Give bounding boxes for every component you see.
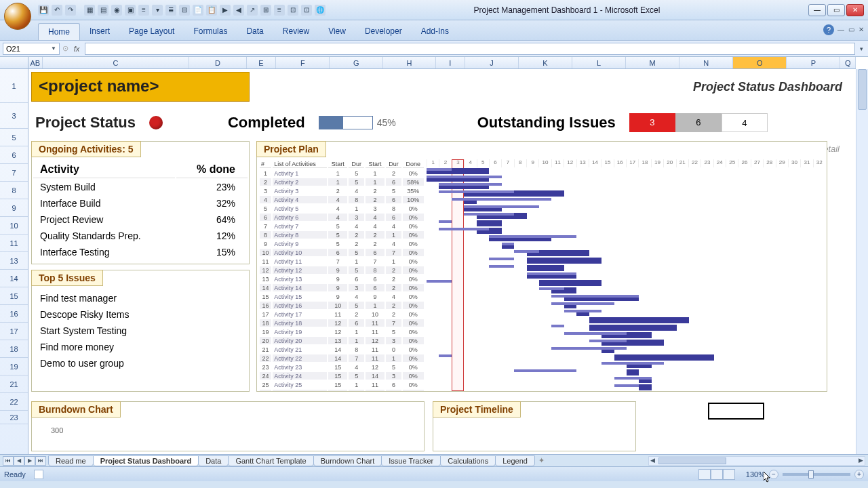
office-button[interactable] bbox=[4, 3, 31, 30]
qat-btn[interactable]: ▾ bbox=[152, 5, 163, 16]
ribbon-tab-page-layout[interactable]: Page Layout bbox=[119, 23, 184, 40]
col-header[interactable]: K bbox=[519, 57, 572, 68]
sheet-tab[interactable]: Calculations bbox=[440, 455, 496, 466]
selected-cell[interactable] bbox=[708, 403, 764, 420]
name-box[interactable]: O21 ▼ bbox=[3, 43, 60, 55]
qat-btn[interactable]: 🌐 bbox=[315, 5, 326, 16]
sheet-tab[interactable]: Data bbox=[198, 455, 229, 466]
ribbon-tab-data[interactable]: Data bbox=[237, 23, 273, 40]
maximize-button[interactable]: ▭ bbox=[827, 4, 845, 16]
row-header[interactable]: 17 bbox=[0, 323, 28, 340]
sheet-tab[interactable]: Project Status Dashboard bbox=[93, 455, 199, 466]
col-header[interactable]: N bbox=[679, 57, 733, 68]
qat-btn[interactable]: ⊟ bbox=[179, 5, 190, 16]
project-plan-panel[interactable]: Project Plan #List of ActivitiesStartDur… bbox=[256, 141, 827, 392]
tab-prev-icon[interactable]: ◀ bbox=[14, 456, 24, 466]
sheet-tab[interactable]: Gantt Chart Template bbox=[228, 455, 313, 466]
col-header[interactable]: C bbox=[43, 57, 189, 68]
formula-input[interactable] bbox=[85, 43, 855, 55]
row-header[interactable]: 16 bbox=[0, 305, 28, 323]
page-layout-view-icon[interactable] bbox=[711, 469, 723, 480]
col-header[interactable]: E bbox=[247, 57, 276, 68]
row-header[interactable]: 14 bbox=[0, 270, 28, 287]
sheet-tab[interactable]: Read me bbox=[48, 455, 94, 466]
ribbon-tab-insert[interactable]: Insert bbox=[80, 23, 119, 40]
undo-icon[interactable]: ↶ bbox=[52, 5, 62, 16]
ribbon-tab-add-ins[interactable]: Add-Ins bbox=[412, 23, 458, 40]
qat-btn[interactable]: ▤ bbox=[98, 5, 108, 16]
close-button[interactable]: ✕ bbox=[846, 4, 864, 16]
qat-btn[interactable]: ▦ bbox=[84, 5, 95, 16]
row-header[interactable]: 21 bbox=[0, 375, 28, 393]
col-header[interactable]: J bbox=[465, 57, 519, 68]
col-header[interactable]: P bbox=[787, 57, 840, 68]
sheet-tab[interactable]: Burndown Chart bbox=[313, 455, 382, 466]
ribbon-tab-formulas[interactable]: Formulas bbox=[184, 23, 237, 40]
qat-btn[interactable]: ⊞ bbox=[260, 5, 271, 16]
zoom-out-icon[interactable]: − bbox=[769, 470, 778, 479]
qat-btn[interactable]: ⊡ bbox=[301, 5, 312, 16]
sheet-tab[interactable]: Legend bbox=[495, 455, 535, 466]
row-header[interactable]: 23 bbox=[0, 411, 28, 424]
ribbon-tab-developer[interactable]: Developer bbox=[355, 23, 412, 40]
redo-icon[interactable]: ↷ bbox=[65, 5, 76, 16]
col-header[interactable]: D bbox=[189, 57, 247, 68]
row-header[interactable]: 9 bbox=[0, 199, 28, 217]
col-header[interactable]: G bbox=[330, 57, 383, 68]
cancel-icon[interactable]: ⊙ bbox=[62, 44, 68, 53]
ribbon-tab-view[interactable]: View bbox=[319, 23, 355, 40]
col-header[interactable]: M bbox=[626, 57, 679, 68]
row-header[interactable]: 3 bbox=[0, 103, 28, 129]
horizontal-scrollbar[interactable]: ◀ ▶ bbox=[648, 456, 865, 466]
row-header[interactable]: 5 bbox=[0, 129, 28, 146]
col-header[interactable]: L bbox=[572, 57, 626, 68]
qat-btn[interactable]: ↗ bbox=[247, 5, 258, 16]
qat-btn[interactable]: 📄 bbox=[193, 5, 203, 16]
qat-btn[interactable]: ◉ bbox=[111, 5, 122, 16]
expand-formula-icon[interactable]: ▾ bbox=[858, 45, 865, 52]
qat-btn[interactable]: ≡ bbox=[138, 5, 149, 16]
project-name-cell[interactable]: <project name> bbox=[31, 72, 250, 102]
qat-btn[interactable]: ⊡ bbox=[288, 5, 298, 16]
qat-btn[interactable]: 📋 bbox=[206, 5, 217, 16]
qat-btn[interactable]: ≣ bbox=[165, 5, 176, 16]
zoom-thumb[interactable] bbox=[808, 470, 814, 479]
tab-last-icon[interactable]: ⏭ bbox=[35, 456, 46, 466]
new-sheet-icon[interactable]: ✦ bbox=[535, 456, 549, 465]
column-headers[interactable]: ABCDEFGHIJKLMNOPQ bbox=[28, 57, 856, 69]
help-icon[interactable]: ? bbox=[823, 24, 834, 35]
qat-btn[interactable]: ▶ bbox=[220, 5, 231, 16]
restore-window-icon[interactable]: ▭ bbox=[848, 26, 854, 33]
dropdown-icon[interactable]: ▼ bbox=[51, 45, 56, 52]
col-header[interactable]: F bbox=[276, 57, 330, 68]
qat-btn[interactable]: ▣ bbox=[125, 5, 136, 16]
select-all-corner[interactable] bbox=[0, 57, 28, 69]
close-workbook-icon[interactable]: ✕ bbox=[859, 26, 864, 33]
col-header[interactable]: AB bbox=[28, 57, 43, 68]
row-header[interactable]: 13 bbox=[0, 252, 28, 270]
row-header[interactable]: 7 bbox=[0, 164, 28, 182]
vertical-scrollbar[interactable] bbox=[856, 69, 868, 454]
col-header[interactable]: I bbox=[436, 57, 465, 68]
macro-record-icon[interactable] bbox=[34, 470, 43, 479]
row-header[interactable]: 22 bbox=[0, 393, 28, 411]
sheet-tab[interactable]: Issue Tracker bbox=[381, 455, 441, 466]
row-header[interactable]: 8 bbox=[0, 182, 28, 199]
row-headers[interactable]: 1356789101113141516171819212223 bbox=[0, 69, 28, 454]
row-header[interactable]: 10 bbox=[0, 217, 28, 235]
zoom-level[interactable]: 130% bbox=[746, 470, 765, 479]
fx-icon[interactable]: fx bbox=[71, 45, 82, 53]
col-header[interactable]: H bbox=[383, 57, 435, 68]
spreadsheet-grid[interactable]: ABCDEFGHIJKLMNOPQ 1356789101113141516171… bbox=[0, 57, 868, 454]
tab-next-icon[interactable]: ▶ bbox=[24, 456, 35, 466]
page-break-view-icon[interactable] bbox=[723, 469, 735, 480]
scroll-thumb[interactable] bbox=[858, 69, 867, 110]
ribbon-tab-review[interactable]: Review bbox=[273, 23, 319, 40]
col-header[interactable]: O bbox=[733, 57, 787, 68]
ribbon-tab-home[interactable]: Home bbox=[38, 23, 80, 40]
zoom-slider[interactable] bbox=[783, 473, 850, 476]
hscroll-thumb[interactable] bbox=[658, 458, 726, 464]
gantt-chart[interactable]: 1234567891011121314151617181920212223242… bbox=[427, 159, 825, 391]
row-header[interactable]: 6 bbox=[0, 146, 28, 164]
tab-first-icon[interactable]: ⏮ bbox=[3, 456, 14, 466]
